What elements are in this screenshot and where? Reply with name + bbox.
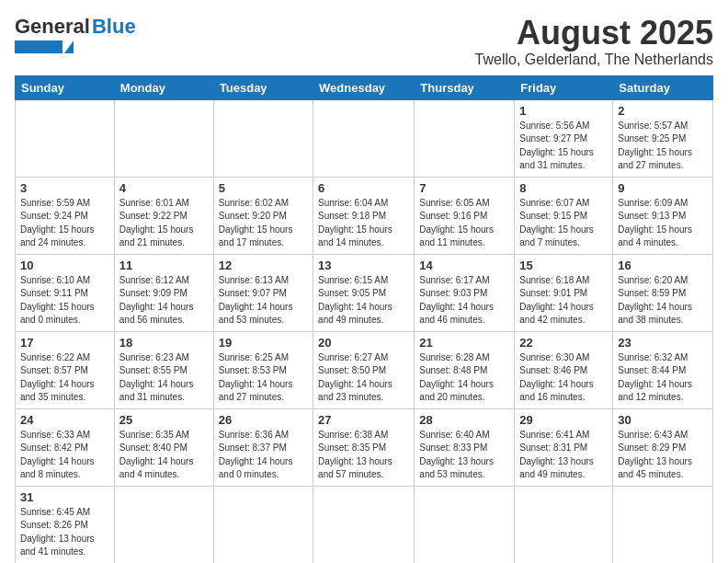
day-info: Sunrise: 6:22 AM Sunset: 8:57 PM Dayligh… xyxy=(20,351,109,405)
calendar-cell xyxy=(114,486,213,563)
day-info: Sunrise: 6:02 AM Sunset: 9:20 PM Dayligh… xyxy=(219,197,308,250)
day-number: 18 xyxy=(119,336,209,350)
day-info: Sunrise: 6:23 AM Sunset: 8:55 PM Dayligh… xyxy=(119,351,209,405)
calendar-cell: 4Sunrise: 6:01 AM Sunset: 9:22 PM Daylig… xyxy=(114,177,213,254)
day-number: 8 xyxy=(519,181,608,195)
day-number: 27 xyxy=(318,413,409,427)
calendar-cell xyxy=(213,99,313,177)
day-number: 29 xyxy=(519,413,608,427)
day-info: Sunrise: 6:41 AM Sunset: 8:31 PM Dayligh… xyxy=(519,429,608,482)
calendar-cell: 21Sunrise: 6:28 AM Sunset: 8:48 PM Dayli… xyxy=(415,331,515,408)
col-header-monday: Monday xyxy=(114,75,213,99)
day-info: Sunrise: 6:33 AM Sunset: 8:42 PM Dayligh… xyxy=(20,429,109,482)
day-info: Sunrise: 6:07 AM Sunset: 9:15 PM Dayligh… xyxy=(519,197,608,250)
calendar-cell: 13Sunrise: 6:15 AM Sunset: 9:05 PM Dayli… xyxy=(313,254,415,331)
calendar-cell: 28Sunrise: 6:40 AM Sunset: 8:33 PM Dayli… xyxy=(415,408,515,486)
calendar-cell: 31Sunrise: 6:45 AM Sunset: 8:26 PM Dayli… xyxy=(16,486,115,563)
calendar-cell: 7Sunrise: 6:05 AM Sunset: 9:16 PM Daylig… xyxy=(415,177,515,254)
day-number: 16 xyxy=(618,259,708,272)
day-number: 13 xyxy=(318,259,409,272)
calendar-cell: 15Sunrise: 6:18 AM Sunset: 9:01 PM Dayli… xyxy=(515,254,613,331)
calendar-cell xyxy=(114,99,213,177)
day-info: Sunrise: 6:27 AM Sunset: 8:50 PM Dayligh… xyxy=(318,351,409,405)
day-info: Sunrise: 6:38 AM Sunset: 8:35 PM Dayligh… xyxy=(318,429,409,482)
day-number: 22 xyxy=(519,336,608,350)
location-title: Twello, Gelderland, The Netherlands xyxy=(475,52,713,68)
col-header-thursday: Thursday xyxy=(415,75,515,99)
calendar-week-6: 31Sunrise: 6:45 AM Sunset: 8:26 PM Dayli… xyxy=(16,486,713,563)
day-number: 26 xyxy=(219,413,308,427)
day-number: 17 xyxy=(20,336,109,350)
col-header-friday: Friday xyxy=(515,75,613,99)
calendar-cell xyxy=(415,99,515,177)
day-info: Sunrise: 6:30 AM Sunset: 8:46 PM Dayligh… xyxy=(519,351,608,405)
day-number: 20 xyxy=(318,336,409,350)
day-info: Sunrise: 6:36 AM Sunset: 8:37 PM Dayligh… xyxy=(219,429,308,482)
calendar-week-2: 3Sunrise: 5:59 AM Sunset: 9:24 PM Daylig… xyxy=(16,177,713,254)
day-info: Sunrise: 6:25 AM Sunset: 8:53 PM Dayligh… xyxy=(219,351,308,405)
day-number: 31 xyxy=(20,490,109,504)
calendar-cell: 3Sunrise: 5:59 AM Sunset: 9:24 PM Daylig… xyxy=(16,177,115,254)
day-info: Sunrise: 5:59 AM Sunset: 9:24 PM Dayligh… xyxy=(20,197,109,250)
day-info: Sunrise: 6:35 AM Sunset: 8:40 PM Dayligh… xyxy=(119,429,209,482)
logo-general-text: General xyxy=(15,15,90,39)
calendar-cell xyxy=(213,486,313,563)
calendar-cell: 2Sunrise: 5:57 AM Sunset: 9:25 PM Daylig… xyxy=(613,99,713,177)
day-info: Sunrise: 6:17 AM Sunset: 9:03 PM Dayligh… xyxy=(419,274,509,327)
calendar-cell: 27Sunrise: 6:38 AM Sunset: 8:35 PM Dayli… xyxy=(313,408,415,486)
calendar-week-4: 17Sunrise: 6:22 AM Sunset: 8:57 PM Dayli… xyxy=(16,331,713,408)
calendar-cell: 11Sunrise: 6:12 AM Sunset: 9:09 PM Dayli… xyxy=(114,254,213,331)
day-info: Sunrise: 6:12 AM Sunset: 9:09 PM Dayligh… xyxy=(119,274,209,327)
calendar-cell xyxy=(16,99,115,177)
day-number: 21 xyxy=(419,336,509,350)
col-header-sunday: Sunday xyxy=(16,75,115,99)
calendar-cell: 6Sunrise: 6:04 AM Sunset: 9:18 PM Daylig… xyxy=(313,177,415,254)
calendar-cell: 10Sunrise: 6:10 AM Sunset: 9:11 PM Dayli… xyxy=(16,254,115,331)
day-number: 28 xyxy=(419,413,509,427)
page-header: General Blue August 2025 Twello, Gelderl… xyxy=(15,15,713,68)
day-info: Sunrise: 6:18 AM Sunset: 9:01 PM Dayligh… xyxy=(519,274,608,327)
title-area: August 2025 Twello, Gelderland, The Neth… xyxy=(475,15,713,68)
day-number: 9 xyxy=(618,181,708,195)
month-title: August 2025 xyxy=(475,15,713,52)
day-number: 3 xyxy=(20,181,109,195)
calendar-cell: 9Sunrise: 6:09 AM Sunset: 9:13 PM Daylig… xyxy=(613,177,713,254)
day-info: Sunrise: 6:10 AM Sunset: 9:11 PM Dayligh… xyxy=(20,274,109,327)
day-info: Sunrise: 6:45 AM Sunset: 8:26 PM Dayligh… xyxy=(20,506,109,559)
day-number: 24 xyxy=(20,413,109,427)
calendar-cell: 8Sunrise: 6:07 AM Sunset: 9:15 PM Daylig… xyxy=(515,177,613,254)
calendar-cell: 20Sunrise: 6:27 AM Sunset: 8:50 PM Dayli… xyxy=(313,331,415,408)
day-number: 12 xyxy=(219,259,308,272)
day-info: Sunrise: 6:32 AM Sunset: 8:44 PM Dayligh… xyxy=(618,351,708,405)
day-number: 5 xyxy=(219,181,308,195)
calendar-cell: 30Sunrise: 6:43 AM Sunset: 8:29 PM Dayli… xyxy=(613,408,713,486)
day-info: Sunrise: 6:20 AM Sunset: 8:59 PM Dayligh… xyxy=(618,274,708,327)
day-info: Sunrise: 6:04 AM Sunset: 9:18 PM Dayligh… xyxy=(318,197,409,250)
day-number: 1 xyxy=(519,104,608,118)
calendar-cell: 24Sunrise: 6:33 AM Sunset: 8:42 PM Dayli… xyxy=(16,408,115,486)
col-header-tuesday: Tuesday xyxy=(213,75,313,99)
day-number: 6 xyxy=(318,181,409,195)
calendar-cell: 14Sunrise: 6:17 AM Sunset: 9:03 PM Dayli… xyxy=(415,254,515,331)
day-info: Sunrise: 6:43 AM Sunset: 8:29 PM Dayligh… xyxy=(618,429,708,482)
day-number: 2 xyxy=(618,104,708,118)
day-info: Sunrise: 6:01 AM Sunset: 9:22 PM Dayligh… xyxy=(119,197,209,250)
calendar-week-5: 24Sunrise: 6:33 AM Sunset: 8:42 PM Dayli… xyxy=(16,408,713,486)
logo-blue-bar xyxy=(15,40,63,53)
calendar-cell: 5Sunrise: 6:02 AM Sunset: 9:20 PM Daylig… xyxy=(213,177,313,254)
col-header-saturday: Saturday xyxy=(613,75,713,99)
day-number: 7 xyxy=(419,181,509,195)
day-number: 10 xyxy=(20,259,109,272)
day-number: 25 xyxy=(119,413,209,427)
logo-triangle xyxy=(64,40,74,53)
calendar-cell xyxy=(415,486,515,563)
day-number: 15 xyxy=(519,259,608,272)
calendar-cell xyxy=(613,486,713,563)
calendar-week-3: 10Sunrise: 6:10 AM Sunset: 9:11 PM Dayli… xyxy=(16,254,713,331)
calendar-cell: 22Sunrise: 6:30 AM Sunset: 8:46 PM Dayli… xyxy=(515,331,613,408)
day-info: Sunrise: 5:57 AM Sunset: 9:25 PM Dayligh… xyxy=(618,120,708,173)
calendar-header-row: SundayMondayTuesdayWednesdayThursdayFrid… xyxy=(16,75,713,99)
calendar-cell xyxy=(313,486,415,563)
logo-blue-text: Blue xyxy=(92,15,136,39)
day-info: Sunrise: 6:15 AM Sunset: 9:05 PM Dayligh… xyxy=(318,274,409,327)
